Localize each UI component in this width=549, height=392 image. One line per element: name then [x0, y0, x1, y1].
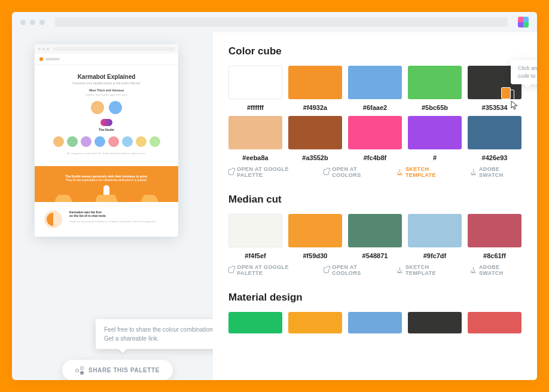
- section-median-cut: Median cut #f4f5ef#f59d30#548871#9fc7df#…: [228, 194, 521, 276]
- color-swatch[interactable]: #eeba8a: [228, 116, 282, 161]
- color-swatch[interactable]: [408, 312, 462, 333]
- color-swatch[interactable]: #a3552b: [288, 116, 342, 161]
- swatch-box[interactable]: [348, 214, 402, 247]
- download-icon: [471, 267, 476, 273]
- swatch-box[interactable]: [468, 116, 521, 149]
- action-google-palette[interactable]: OPEN AT GOOGLE PALETTE: [228, 166, 309, 178]
- section-color-cube: Color cube #ffffff#f4932a#6faae2#5bc65b#…: [228, 45, 521, 178]
- color-swatch[interactable]: [348, 312, 402, 333]
- pv-bottom-h2: on the list of in-chat tools: [69, 214, 169, 218]
- avatar: [81, 136, 92, 147]
- color-swatch[interactable]: #fc4b8f: [348, 116, 402, 161]
- app-logo-icon: [518, 17, 529, 27]
- swatch-box[interactable]: [408, 116, 462, 149]
- source-image-preview: Karmabot Explained Outsource your people…: [35, 44, 178, 237]
- pv-bottom-p: Simple yet very powerful solution for em…: [69, 220, 169, 223]
- studio-label: The Studio: [99, 128, 114, 131]
- karmabot-logo-icon: [39, 57, 43, 61]
- mini-browser-bar: [35, 44, 178, 54]
- color-swatch[interactable]: #6faae2: [348, 66, 402, 111]
- studio-icon: [100, 119, 112, 126]
- swatch-box[interactable]: [468, 214, 521, 247]
- swatch-box[interactable]: [408, 214, 462, 247]
- action-coolors[interactable]: OPEN AT COOLORS: [324, 166, 383, 178]
- swatch-hex-label: #: [433, 154, 437, 161]
- swatch-box[interactable]: [228, 116, 282, 149]
- avatar: [91, 101, 104, 114]
- action-google-palette[interactable]: OPEN AT GOOGLE PALETTE: [228, 264, 309, 276]
- avatar: [53, 136, 64, 147]
- tooltip-share-t2: Get a shareable link.: [104, 335, 159, 342]
- swatch-hex-label: #5bc65b: [422, 104, 448, 111]
- swatch-box[interactable]: [228, 66, 282, 99]
- swatch-hex-label: #fc4b8f: [364, 154, 387, 161]
- window-dot: [30, 20, 35, 25]
- tooltip-share: Feel free to share the colour combinatio…: [96, 319, 227, 349]
- swatch-hex-label: #8c61ff: [483, 252, 506, 259]
- swatch-hex-label: #548871: [362, 252, 388, 259]
- color-swatch[interactable]: #ffffff: [228, 66, 282, 111]
- swatch-hex-label: #426e93: [482, 154, 508, 161]
- external-link-icon: [228, 267, 234, 273]
- preview-title: Karmabot Explained: [41, 74, 172, 80]
- external-link-icon: [228, 169, 234, 175]
- color-swatch[interactable]: #f4932a: [288, 66, 342, 111]
- swatch-box[interactable]: [408, 66, 462, 99]
- avatar: [94, 136, 105, 147]
- download-icon: [471, 169, 476, 175]
- swatch-hex-label: #9fc7df: [423, 252, 447, 259]
- external-link-icon: [324, 267, 329, 273]
- section-material-design: Material design: [228, 292, 521, 333]
- avatar: [122, 136, 133, 147]
- swatch-box[interactable]: [348, 66, 402, 99]
- avatar: [150, 136, 160, 147]
- color-swatch[interactable]: #f59d30: [288, 214, 342, 259]
- swatch-hex-label: #f59d30: [303, 252, 328, 259]
- action-adobe-swatch[interactable]: ADOBE SWATCH: [471, 264, 521, 276]
- cursor-icon: [511, 100, 519, 111]
- color-swatch[interactable]: #8c61ff: [468, 214, 521, 259]
- browser-window: Karmabot Explained Outsource your people…: [12, 12, 537, 380]
- preview-note: As it happens, at some point The Studio …: [41, 152, 172, 161]
- color-swatch[interactable]: [288, 312, 342, 333]
- avatar: [109, 101, 122, 114]
- action-adobe-swatch[interactable]: ADOBE SWATCH: [471, 166, 521, 178]
- address-bar[interactable]: [55, 17, 508, 27]
- share-icon: [75, 366, 83, 374]
- yin-yang-icon: [44, 210, 62, 228]
- browser-chrome: [12, 12, 537, 32]
- sidebar: Karmabot Explained Outsource your people…: [12, 32, 209, 380]
- color-swatch[interactable]: #426e93: [468, 116, 521, 161]
- download-icon: [397, 169, 402, 175]
- color-swatch[interactable]: #5bc65b: [408, 66, 462, 111]
- action-sketch-template[interactable]: SKETCH TEMPLATE: [397, 264, 456, 276]
- avatar: [136, 136, 147, 147]
- color-swatch[interactable]: [228, 312, 282, 333]
- swatch-box[interactable]: [348, 116, 402, 149]
- color-swatch[interactable]: #548871: [348, 214, 402, 259]
- preview-subtitle: Outsource your people culture to the sma…: [41, 81, 172, 85]
- main-content: Click any colour to copy its code to cli…: [213, 32, 537, 380]
- download-icon: [397, 267, 402, 273]
- color-swatch[interactable]: #: [408, 116, 462, 161]
- swatch-box[interactable]: [288, 214, 342, 247]
- swatch-box[interactable]: [228, 214, 282, 247]
- section-title: Color cube: [228, 45, 521, 57]
- swatch-hex-label: #6faae2: [363, 104, 387, 111]
- swatch-hex-label: #a3552b: [302, 154, 328, 161]
- swatch-box[interactable]: [288, 116, 342, 149]
- color-swatch[interactable]: [468, 312, 521, 333]
- window-dot: [20, 20, 26, 25]
- section-title: Median cut: [228, 194, 521, 206]
- tooltip-share-t1: Feel free to share the colour combinatio…: [104, 326, 215, 333]
- action-coolors[interactable]: OPEN AT COOLORS: [324, 264, 383, 276]
- action-sketch-template[interactable]: SKETCH TEMPLATE: [397, 166, 456, 178]
- avatar: [67, 136, 78, 147]
- swatch-hex-label: #f4932a: [303, 104, 327, 111]
- swatch-box[interactable]: [288, 66, 342, 99]
- tooltip-copy: Click any colour to copy its code to cli…: [511, 60, 537, 84]
- color-swatch[interactable]: #f4f5ef: [228, 214, 282, 259]
- swatch-hex-label: #eeba8a: [242, 154, 268, 161]
- share-palette-button[interactable]: SHARE THIS PALETTE: [62, 360, 173, 380]
- color-swatch[interactable]: #9fc7df: [408, 214, 462, 259]
